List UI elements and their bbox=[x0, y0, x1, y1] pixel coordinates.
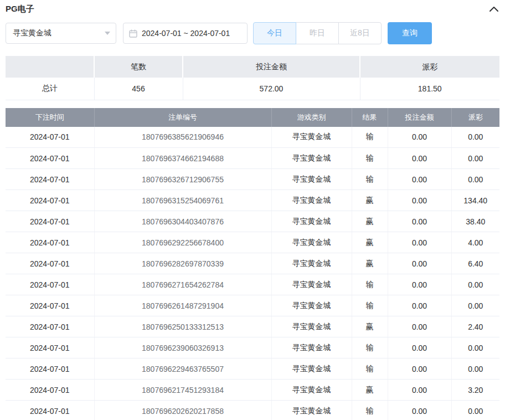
today-button[interactable]: 今日 bbox=[253, 22, 296, 44]
cell-game-category: 寻宝黄金城 bbox=[271, 337, 352, 358]
cell-payout: 0.00 bbox=[451, 337, 499, 358]
cell-bet-time: 2024-07-01 bbox=[6, 316, 94, 337]
cell-order-number: 1807696282697870339 bbox=[94, 253, 271, 274]
col-header-result: 结果 bbox=[352, 108, 388, 127]
cell-bet-amount: 0.00 bbox=[388, 295, 451, 316]
cell-bet-time: 2024-07-01 bbox=[6, 169, 94, 190]
cell-bet-amount: 0.00 bbox=[388, 358, 451, 380]
cell-payout: 0.00 bbox=[451, 169, 499, 190]
cell-bet-time: 2024-07-01 bbox=[6, 274, 94, 295]
cell-game-category: 寻宝黄金城 bbox=[271, 295, 352, 316]
summary-header-row: 笔数 投注金额 派彩 bbox=[6, 56, 499, 78]
summary-total-payout: 181.50 bbox=[360, 78, 499, 100]
cell-result: 赢 bbox=[352, 232, 388, 253]
cell-bet-amount: 0.00 bbox=[388, 232, 451, 253]
cell-bet-amount: 0.00 bbox=[388, 169, 451, 190]
col-header-payout: 派彩 bbox=[451, 108, 499, 127]
cell-order-number: 1807696292256678400 bbox=[94, 232, 271, 253]
cell-bet-amount: 0.00 bbox=[388, 190, 451, 211]
cell-payout: 0.00 bbox=[451, 358, 499, 380]
table-row: 2024-07-01 1807696202620217858 寻宝黄金城 输 0… bbox=[6, 401, 499, 420]
calendar-icon bbox=[129, 29, 137, 38]
chevron-down-icon bbox=[105, 32, 110, 35]
page-title: PG电子 bbox=[6, 4, 34, 14]
cell-result: 赢 bbox=[352, 380, 388, 401]
cell-bet-time: 2024-07-01 bbox=[6, 232, 94, 253]
table-row: 2024-07-01 1807696292256678400 寻宝黄金城 赢 0… bbox=[6, 232, 499, 253]
summary-total-label: 总计 bbox=[6, 78, 94, 100]
cell-result: 输 bbox=[352, 127, 388, 148]
summary-table: 笔数 投注金额 派彩 总计 456 572.00 181.50 bbox=[6, 56, 499, 100]
bet-records-table: 下注时间 注单编号 游戏类别 结果 投注金额 派彩 2024-07-01 180… bbox=[6, 108, 499, 420]
last-8-days-button[interactable]: 近8日 bbox=[338, 22, 382, 44]
table-row: 2024-07-01 1807696315254069761 寻宝黄金城 赢 0… bbox=[6, 190, 499, 211]
col-header-bet-time: 下注时间 bbox=[6, 108, 94, 127]
col-header-order-number: 注单编号 bbox=[94, 108, 271, 127]
cell-game-category: 寻宝黄金城 bbox=[271, 316, 352, 337]
cell-order-number: 1807696304403407876 bbox=[94, 211, 271, 232]
cell-bet-time: 2024-07-01 bbox=[6, 295, 94, 316]
cell-bet-time: 2024-07-01 bbox=[6, 190, 94, 211]
cell-bet-amount: 0.00 bbox=[388, 316, 451, 337]
cell-game-category: 寻宝黄金城 bbox=[271, 148, 352, 169]
cell-result: 赢 bbox=[352, 190, 388, 211]
cell-game-category: 寻宝黄金城 bbox=[271, 127, 352, 148]
cell-order-number: 1807696239060326913 bbox=[94, 337, 271, 358]
cell-result: 输 bbox=[352, 148, 388, 169]
quick-date-button-group: 今日 昨日 近8日 bbox=[253, 22, 382, 44]
summary-total-bet-amount: 572.00 bbox=[183, 78, 360, 100]
chevron-up-icon[interactable] bbox=[488, 4, 499, 14]
cell-bet-amount: 0.00 bbox=[388, 127, 451, 148]
cell-payout: 134.40 bbox=[451, 190, 499, 211]
summary-col-count: 笔数 bbox=[94, 56, 183, 78]
cell-result: 输 bbox=[352, 295, 388, 316]
cell-game-category: 寻宝黄金城 bbox=[271, 211, 352, 232]
cell-bet-amount: 0.00 bbox=[388, 211, 451, 232]
cell-payout: 0.00 bbox=[451, 295, 499, 316]
cell-order-number: 1807696217451293184 bbox=[94, 380, 271, 401]
table-row: 2024-07-01 1807696239060326913 寻宝黄金城 输 0… bbox=[6, 337, 499, 358]
cell-bet-time: 2024-07-01 bbox=[6, 401, 94, 420]
table-row: 2024-07-01 1807696304403407876 寻宝黄金城 赢 0… bbox=[6, 211, 499, 232]
cell-game-category: 寻宝黄金城 bbox=[271, 380, 352, 401]
cell-order-number: 1807696385621906946 bbox=[94, 127, 271, 148]
cell-bet-amount: 0.00 bbox=[388, 380, 451, 401]
cell-order-number: 1807696271654262784 bbox=[94, 274, 271, 295]
cell-order-number: 1807696326712906755 bbox=[94, 169, 271, 190]
summary-col-payout: 派彩 bbox=[360, 56, 499, 78]
cell-order-number: 1807696202620217858 bbox=[94, 401, 271, 420]
cell-result: 赢 bbox=[352, 316, 388, 337]
filter-bar: 寻宝黄金城 2024-07-01 ~ 2024-07-01 今日 昨日 近8日 … bbox=[6, 22, 499, 44]
cell-bet-time: 2024-07-01 bbox=[6, 127, 94, 148]
date-range-input[interactable]: 2024-07-01 ~ 2024-07-01 bbox=[123, 23, 248, 44]
cell-payout: 0.00 bbox=[451, 401, 499, 420]
table-row: 2024-07-01 1807696385621906946 寻宝黄金城 输 0… bbox=[6, 127, 499, 148]
cell-payout: 0.00 bbox=[451, 274, 499, 295]
game-select[interactable]: 寻宝黄金城 bbox=[6, 23, 116, 44]
summary-col-empty bbox=[6, 56, 94, 78]
records-header-row: 下注时间 注单编号 游戏类别 结果 投注金额 派彩 bbox=[6, 108, 499, 127]
cell-payout: 6.40 bbox=[451, 253, 499, 274]
table-row: 2024-07-01 1807696261487291904 寻宝黄金城 输 0… bbox=[6, 295, 499, 316]
cell-game-category: 寻宝黄金城 bbox=[271, 358, 352, 380]
cell-game-category: 寻宝黄金城 bbox=[271, 232, 352, 253]
cell-bet-time: 2024-07-01 bbox=[6, 380, 94, 401]
query-button[interactable]: 查询 bbox=[388, 22, 432, 44]
panel-header: PG电子 bbox=[6, 0, 499, 18]
yesterday-button[interactable]: 昨日 bbox=[296, 22, 339, 44]
cell-order-number: 1807696315254069761 bbox=[94, 190, 271, 211]
cell-payout: 0.00 bbox=[451, 148, 499, 169]
table-row: 2024-07-01 1807696250133312513 寻宝黄金城 赢 0… bbox=[6, 316, 499, 337]
cell-bet-time: 2024-07-01 bbox=[6, 148, 94, 169]
cell-payout: 2.40 bbox=[451, 316, 499, 337]
cell-game-category: 寻宝黄金城 bbox=[271, 253, 352, 274]
summary-total-count: 456 bbox=[94, 78, 183, 100]
col-header-game-category: 游戏类别 bbox=[271, 108, 352, 127]
game-select-value: 寻宝黄金城 bbox=[13, 28, 51, 38]
cell-result: 输 bbox=[352, 169, 388, 190]
table-row: 2024-07-01 1807696374662194688 寻宝黄金城 输 0… bbox=[6, 148, 499, 169]
cell-bet-time: 2024-07-01 bbox=[6, 337, 94, 358]
cell-payout: 4.00 bbox=[451, 232, 499, 253]
cell-bet-amount: 0.00 bbox=[388, 148, 451, 169]
cell-bet-amount: 0.00 bbox=[388, 253, 451, 274]
